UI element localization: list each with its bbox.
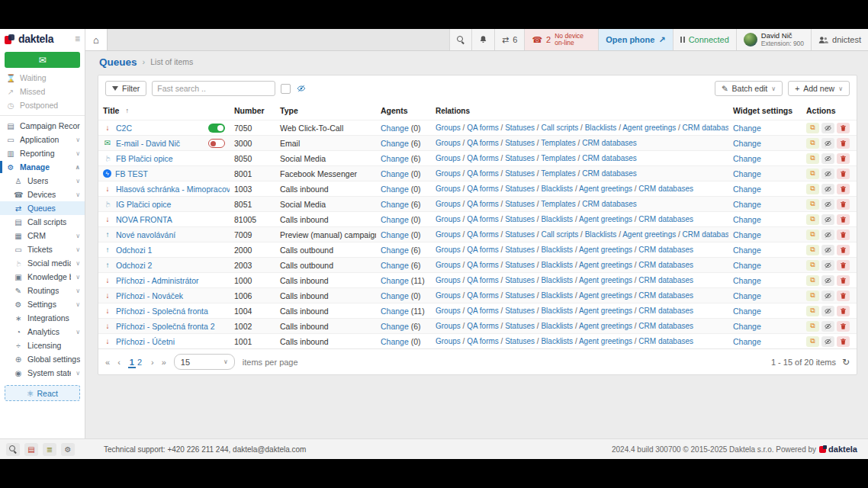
- next-page-button[interactable]: ›: [151, 358, 154, 367]
- delete-button[interactable]: [837, 245, 850, 255]
- relation-link-blacklists[interactable]: Blacklists: [541, 337, 573, 345]
- agents-change-link[interactable]: Change: [381, 185, 409, 194]
- relation-link-statuses[interactable]: Statuses: [505, 230, 535, 239]
- relation-link-agent-greetings[interactable]: Agent greetings: [622, 230, 676, 239]
- relation-link-blacklists[interactable]: Blacklists: [541, 261, 573, 269]
- deactivate-button[interactable]: [821, 275, 834, 286]
- relation-link-crm-databases[interactable]: CRM databases: [638, 307, 693, 315]
- clone-button[interactable]: ⧉: [806, 153, 819, 164]
- queue-title-link[interactable]: E-mail - David Nič: [116, 139, 180, 148]
- relation-link-templates[interactable]: Templates: [541, 139, 576, 147]
- widget-change-link[interactable]: Change: [733, 154, 761, 163]
- widget-change-link[interactable]: Change: [733, 230, 761, 239]
- deactivate-button[interactable]: [821, 336, 834, 347]
- relation-link-crm-databases[interactable]: CRM databases: [638, 291, 693, 300]
- relation-link-agent-greetings[interactable]: Agent greetings: [579, 291, 632, 300]
- relation-link-blacklists[interactable]: Blacklists: [585, 230, 617, 239]
- delete-button[interactable]: [837, 275, 850, 286]
- delete-button[interactable]: [837, 260, 850, 271]
- sidebar-item-devices[interactable]: ☎Devices∨: [0, 188, 85, 201]
- sidebar-item-campaign-records[interactable]: ▤Campaign Records: [0, 119, 85, 133]
- transfers-button[interactable]: ⇄ 6: [494, 29, 524, 50]
- relation-link-groups[interactable]: Groups: [436, 139, 461, 147]
- clone-button[interactable]: ⧉: [806, 214, 819, 225]
- relation-link-statuses[interactable]: Statuses: [505, 124, 535, 132]
- relation-link-crm-databases[interactable]: CRM databases: [638, 322, 693, 330]
- sidebar-item-settings[interactable]: ⚙Settings∨: [0, 297, 85, 311]
- relation-link-groups[interactable]: Groups: [436, 261, 461, 269]
- last-page-button[interactable]: »: [162, 358, 166, 367]
- page-title[interactable]: Queues: [99, 56, 137, 68]
- relation-link-templates[interactable]: Templates: [541, 169, 576, 178]
- agents-change-link[interactable]: Change: [381, 291, 409, 300]
- sidebar-item-application[interactable]: ▭Application∨: [0, 133, 85, 146]
- relation-link-groups[interactable]: Groups: [436, 337, 461, 345]
- relation-link-blacklists[interactable]: Blacklists: [541, 246, 573, 254]
- home-tab[interactable]: ⌂: [85, 29, 108, 50]
- sidebar-item-call-scripts[interactable]: ▤Call scripts: [0, 215, 85, 229]
- column-visibility-icon[interactable]: [296, 84, 307, 93]
- delete-button[interactable]: [837, 336, 850, 347]
- queue-toggle[interactable]: [208, 139, 225, 148]
- delete-button[interactable]: [837, 321, 850, 332]
- relation-link-qa-forms[interactable]: QA forms: [467, 124, 499, 132]
- delete-button[interactable]: [837, 306, 850, 316]
- global-search-button[interactable]: [449, 29, 471, 50]
- relation-link-blacklists[interactable]: Blacklists: [541, 215, 573, 223]
- relation-link-qa-forms[interactable]: QA forms: [467, 322, 499, 330]
- agents-change-link[interactable]: Change: [381, 169, 409, 178]
- notifications-button[interactable]: [471, 29, 494, 50]
- agents-change-link[interactable]: Change: [381, 215, 409, 224]
- clone-button[interactable]: ⧉: [806, 199, 819, 210]
- sidebar-item-integrations[interactable]: ∗Integrations: [0, 311, 85, 325]
- add-new-button[interactable]: + Add new ∨: [788, 81, 850, 96]
- deactivate-button[interactable]: [821, 184, 834, 194]
- relation-link-statuses[interactable]: Statuses: [505, 276, 535, 284]
- sidebar-item-postponed[interactable]: ◷Postponed: [0, 98, 85, 112]
- relation-link-groups[interactable]: Groups: [436, 322, 461, 330]
- relation-link-crm-databases[interactable]: CRM databases: [582, 154, 637, 162]
- queue-title-link[interactable]: NOVA FRONTA: [116, 215, 172, 224]
- relation-link-statuses[interactable]: Statuses: [505, 215, 535, 223]
- page-button-1[interactable]: 1: [128, 358, 136, 368]
- delete-button[interactable]: [837, 138, 850, 149]
- open-phone-button[interactable]: Open phone ↗: [598, 29, 672, 50]
- batch-edit-button[interactable]: ✎ Batch edit ∨: [715, 81, 783, 96]
- prev-page-button[interactable]: ‹: [117, 358, 121, 367]
- relation-link-qa-forms[interactable]: QA forms: [467, 307, 499, 315]
- relation-link-statuses[interactable]: Statuses: [505, 337, 535, 345]
- relation-link-agent-greetings[interactable]: Agent greetings: [579, 307, 632, 315]
- delete-button[interactable]: [837, 230, 850, 240]
- relation-link-groups[interactable]: Groups: [436, 154, 461, 162]
- queue-toggle[interactable]: [208, 124, 225, 133]
- deactivate-button[interactable]: [821, 306, 834, 316]
- relation-link-statuses[interactable]: Statuses: [505, 154, 535, 162]
- deactivate-button[interactable]: [821, 291, 834, 301]
- relation-link-qa-forms[interactable]: QA forms: [467, 337, 499, 345]
- sidebar-item-queues[interactable]: ⇄Queues: [0, 201, 85, 215]
- queue-title-link[interactable]: IG Plačici opice: [116, 200, 171, 209]
- queue-title-link[interactable]: Příchozi - Společná fronta: [116, 307, 208, 316]
- relation-link-templates[interactable]: Templates: [541, 154, 576, 162]
- relation-link-agent-greetings[interactable]: Agent greetings: [622, 124, 676, 132]
- relation-link-statuses[interactable]: Statuses: [505, 200, 535, 208]
- deactivate-button[interactable]: [821, 321, 834, 332]
- agents-change-link[interactable]: Change: [381, 124, 409, 133]
- sidebar-item-knowledge-base[interactable]: ▣Knowledge base∨: [0, 270, 85, 284]
- sidebar-item-licensing[interactable]: ÷Licensing: [0, 339, 85, 352]
- relation-link-groups[interactable]: Groups: [436, 230, 461, 239]
- page-button-2[interactable]: 2: [136, 358, 143, 367]
- relation-link-qa-forms[interactable]: QA forms: [467, 291, 499, 300]
- relation-link-statuses[interactable]: Statuses: [505, 261, 535, 269]
- queue-title-link[interactable]: Odchozi 1: [116, 246, 152, 255]
- relation-link-qa-forms[interactable]: QA forms: [467, 215, 499, 223]
- relation-link-qa-forms[interactable]: QA forms: [467, 169, 499, 178]
- sidebar-item-reporting[interactable]: ▥Reporting∨: [0, 146, 85, 160]
- clone-button[interactable]: ⧉: [806, 245, 819, 255]
- deactivate-button[interactable]: [821, 123, 834, 133]
- relation-link-agent-greetings[interactable]: Agent greetings: [579, 185, 632, 193]
- relation-link-agent-greetings[interactable]: Agent greetings: [579, 215, 632, 223]
- deactivate-button[interactable]: [821, 245, 834, 255]
- relation-link-blacklists[interactable]: Blacklists: [541, 276, 573, 284]
- agents-change-link[interactable]: Change: [381, 276, 409, 285]
